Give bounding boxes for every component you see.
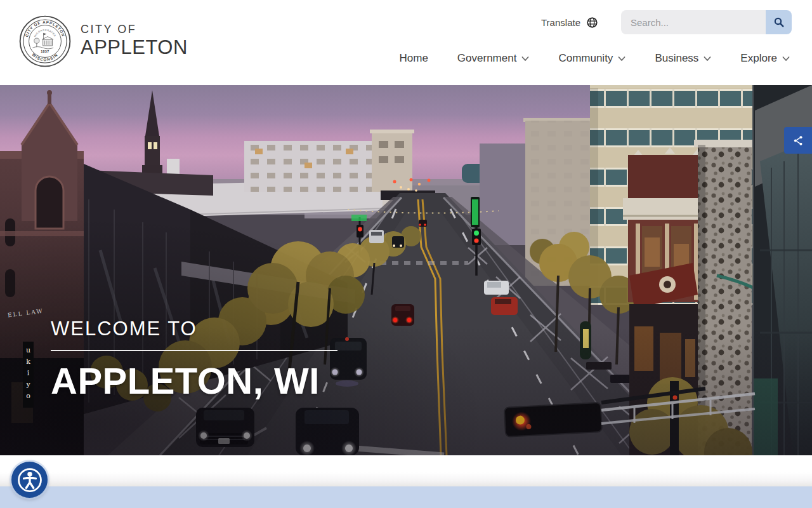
ukiyo-building-sign: ukiyo	[23, 342, 34, 408]
chevron-down-icon	[782, 56, 790, 62]
nav-item-home[interactable]: Home	[400, 52, 428, 65]
hero-banner: ukiyo ELL LAW WELCOME TO APPLETON, WI	[0, 85, 812, 455]
nav-item-government[interactable]: Government	[457, 52, 530, 65]
nav-item-explore[interactable]: Explore	[740, 52, 790, 65]
search-input[interactable]	[621, 10, 766, 34]
church-steeple	[142, 90, 162, 185]
nav-label-explore: Explore	[740, 52, 777, 65]
magnifier-icon	[773, 16, 785, 29]
hero-city-title: APPLETON, WI	[51, 359, 337, 402]
header-utility-row: Translate	[541, 10, 792, 34]
nav-item-community[interactable]: Community	[558, 52, 625, 65]
nav-label-home: Home	[400, 52, 428, 65]
city-seal-icon: CITY OF APPLETON WISCONSIN INCORPORATED …	[19, 15, 71, 67]
translate-link[interactable]: Translate	[541, 17, 598, 29]
site-logo[interactable]: CITY OF APPLETON WISCONSIN INCORPORATED …	[19, 15, 188, 67]
share-icon	[792, 135, 804, 147]
chevron-down-icon	[618, 56, 625, 62]
main-nav: Home Government Community Business	[400, 52, 790, 65]
brand-line1: CITY OF	[81, 23, 188, 36]
appleton-city-homepage: CITY OF APPLETON WISCONSIN INCORPORATED …	[0, 0, 812, 508]
accessibility-button[interactable]	[11, 462, 48, 498]
globe-icon	[586, 17, 598, 29]
nav-label-government: Government	[457, 52, 517, 65]
hero-welcome-text: WELCOME TO	[51, 318, 337, 340]
translate-label: Translate	[541, 17, 580, 28]
search-box	[621, 10, 792, 34]
nav-item-business[interactable]: Business	[655, 52, 711, 65]
hero-divider-line	[51, 350, 337, 351]
chevron-down-icon	[521, 56, 529, 62]
chevron-down-icon	[704, 56, 711, 62]
nav-label-business: Business	[655, 52, 698, 65]
search-button[interactable]	[766, 10, 792, 34]
share-button[interactable]	[784, 127, 812, 154]
brand-line2: APPLETON	[81, 36, 188, 59]
content-spacer	[0, 455, 812, 486]
site-header: CITY OF APPLETON WISCONSIN INCORPORATED …	[0, 0, 812, 85]
footer-accent-bar	[0, 486, 812, 508]
accessibility-person-icon	[17, 467, 43, 493]
hero-heading: WELCOME TO APPLETON, WI	[51, 318, 337, 402]
svg-text:1857: 1857	[41, 50, 49, 53]
nav-label-community: Community	[558, 52, 613, 65]
brand-wordmark: CITY OF APPLETON	[81, 23, 188, 58]
